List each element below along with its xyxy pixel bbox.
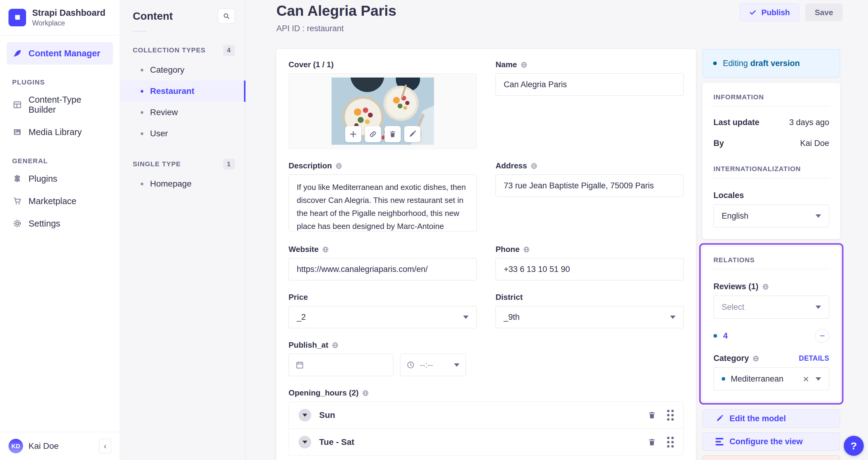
sidebar-item-marketplace[interactable]: Marketplace	[7, 190, 113, 212]
subnav-item-label: User	[150, 129, 168, 138]
form-row-description-address: Description If you like Mediterranean an…	[288, 161, 684, 233]
configure-view-button[interactable]: Configure the view	[703, 432, 840, 451]
address-input[interactable]	[496, 174, 684, 197]
reviews-label-row: Reviews (1)	[713, 282, 829, 291]
media-library-icon	[12, 127, 23, 137]
subnav-item-review[interactable]: Review	[120, 102, 245, 123]
publish-at-field: Publish_at --:--	[288, 340, 477, 376]
price-value: _2	[297, 313, 463, 322]
group-label: SINGLE TYPE	[133, 160, 181, 168]
accordion-toggle-button[interactable]	[299, 436, 311, 449]
subnav-title: Content	[133, 10, 173, 22]
help-button[interactable]: ?	[844, 436, 864, 456]
trash-icon[interactable]	[648, 411, 656, 419]
subnav-item-user[interactable]: User	[120, 123, 245, 144]
check-icon	[749, 9, 756, 16]
link-icon	[369, 130, 377, 138]
copy-link-button[interactable]	[365, 126, 381, 142]
drag-handle-icon[interactable]	[667, 437, 674, 448]
save-button[interactable]: Save	[805, 4, 842, 21]
remove-relation-button[interactable]: −	[815, 329, 829, 343]
add-asset-button[interactable]	[345, 126, 361, 142]
sidebar-item-label: Plugins	[29, 174, 57, 184]
address-field: Address	[496, 161, 684, 233]
bullet-icon	[141, 90, 143, 93]
plus-icon	[349, 130, 357, 138]
collapse-sidebar-button[interactable]: ‹	[99, 439, 111, 453]
bullet-icon	[141, 132, 143, 135]
sidebar-item-content-type-builder[interactable]: Content-Type Builder	[7, 89, 113, 121]
review-relation-item: 4 −	[713, 329, 829, 343]
avatar[interactable]: KD	[8, 439, 23, 453]
user-name: Kai Doe	[29, 441, 94, 451]
chevron-down-icon	[454, 363, 460, 367]
cover-actions	[345, 126, 421, 142]
clear-icon[interactable]: ×	[803, 374, 809, 384]
opening-hours-row-tue-sat: Tue - Sat	[289, 428, 683, 455]
opening-hours-label-row: Opening_hours (2)	[288, 388, 684, 398]
subnav-item-restaurant[interactable]: Restaurant	[120, 80, 245, 102]
sidebar-item-media-library[interactable]: Media Library	[7, 121, 113, 143]
reviews-select-placeholder: Select	[722, 302, 815, 312]
opening-hours-row-sun: Sun	[289, 402, 683, 428]
website-input[interactable]	[288, 258, 477, 281]
drag-handle-icon[interactable]	[667, 410, 674, 421]
save-label: Save	[815, 8, 833, 17]
edit-asset-button[interactable]	[404, 126, 421, 142]
delete-asset-button[interactable]	[384, 126, 401, 142]
configure-view-icon	[716, 438, 723, 446]
globe-icon	[531, 163, 537, 169]
details-link[interactable]: DETAILS	[799, 354, 829, 362]
draft-status-banner: Editingdraft version	[703, 49, 840, 77]
chevron-down-icon	[815, 377, 821, 381]
chevron-down-icon	[303, 414, 307, 417]
sidebar-section-plugins: PLUGINS	[12, 78, 107, 86]
pencil-icon	[716, 415, 723, 422]
subnav-item-homepage[interactable]: Homepage	[120, 173, 245, 194]
search-button[interactable]	[218, 8, 235, 24]
phone-input[interactable]	[496, 258, 684, 281]
brand-home-link[interactable]: Strapi Dashboard Workplace	[0, 0, 120, 35]
district-select[interactable]: _9th	[496, 306, 684, 328]
app-window: Strapi Dashboard Workplace Content Manag…	[0, 0, 868, 460]
review-relation-link[interactable]: 4	[723, 331, 728, 341]
minus-icon: −	[819, 331, 825, 341]
single-count-badge: 1	[223, 159, 235, 170]
cover-photo-wrap	[332, 77, 434, 145]
name-input[interactable]	[496, 73, 684, 96]
main-area: Can Alegria Paris API ID : restaurant Pu…	[246, 0, 868, 460]
description-label: Description	[288, 161, 332, 170]
header-actions: Publish Save	[740, 4, 842, 21]
configure-view-label: Configure the view	[730, 437, 803, 447]
reviews-select[interactable]: Select	[713, 296, 829, 319]
collection-types-header: COLLECTION TYPES 4	[120, 41, 245, 59]
time-input[interactable]: --:--	[400, 354, 466, 376]
date-input[interactable]	[288, 354, 393, 376]
form-row-website-phone: Website Phone	[288, 245, 684, 281]
subnav-item-category[interactable]: Category	[120, 59, 245, 80]
question-mark-icon: ?	[851, 440, 857, 452]
sidebar-item-label: Media Library	[29, 127, 82, 137]
locales-select[interactable]: English	[713, 204, 829, 227]
sidebar-item-label: Content Manager	[29, 48, 100, 59]
relations-highlight-outline: RELATIONS Reviews (1) Select	[699, 243, 843, 404]
category-select[interactable]: Mediterranean ×	[713, 367, 829, 390]
edit-model-label: Edit the model	[730, 414, 786, 423]
sidebar-item-settings[interactable]: Settings	[7, 212, 113, 235]
category-label: Category	[713, 354, 749, 363]
delete-entry-button[interactable]	[703, 456, 840, 460]
description-textarea[interactable]: If you like Mediterranean and exotic dis…	[288, 174, 477, 231]
locales-label: Locales	[713, 191, 829, 200]
publish-button[interactable]: Publish	[740, 4, 799, 21]
sidebar-item-plugins[interactable]: Plugins	[7, 167, 113, 190]
price-select[interactable]: _2	[288, 306, 477, 328]
main-body: Cover (1 / 1)	[276, 49, 842, 460]
time-placeholder: --:--	[420, 360, 433, 370]
pencil-icon	[408, 130, 416, 138]
trash-icon[interactable]	[648, 438, 656, 447]
cover-dropzone[interactable]	[288, 73, 477, 149]
edit-model-button[interactable]: Edit the model	[703, 409, 840, 428]
accordion-toggle-button[interactable]	[299, 409, 311, 422]
sidebar-item-label: Marketplace	[29, 196, 76, 206]
sidebar-item-content-manager[interactable]: Content Manager	[7, 42, 113, 65]
